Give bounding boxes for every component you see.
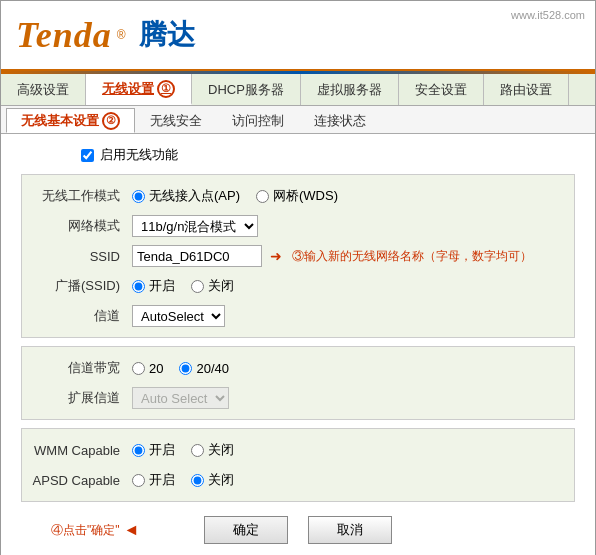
ssid-control: ➜ ③输入新的无线网络名称（字母，数字均可） (132, 245, 532, 267)
broadcast-off[interactable]: 关闭 (191, 277, 234, 295)
top-nav-dhcp[interactable]: DHCP服务器 (192, 74, 301, 105)
form-section-2: 信道带宽 20 20/40 扩展信道 Auto Select (21, 346, 575, 420)
logo-chinese: 腾达 (139, 16, 195, 54)
wireless-mode-row: 无线工作模式 无线接入点(AP) 网桥(WDS) (22, 181, 574, 211)
content: 启用无线功能 无线工作模式 无线接入点(AP) 网桥(WDS) 网络模式 (1, 134, 595, 555)
top-nav-security[interactable]: 安全设置 (399, 74, 484, 105)
ext-channel-select[interactable]: Auto Select (132, 387, 229, 409)
sub-nav-access[interactable]: 访问控制 (217, 108, 299, 133)
network-mode-control: 11b/g/n混合模式 (132, 215, 258, 237)
form-section-1: 无线工作模式 无线接入点(AP) 网桥(WDS) 网络模式 11b/g/n混合模… (21, 174, 575, 338)
confirm-arrow: ◄ (124, 521, 140, 539)
confirm-button[interactable]: 确定 (204, 516, 288, 544)
wireless-mode-wds[interactable]: 网桥(WDS) (256, 187, 338, 205)
logo-english: Tenda (16, 14, 112, 56)
bandwidth-control: 20 20/40 (132, 361, 229, 376)
wmm-row: WMM Capable 开启 关闭 (22, 435, 574, 465)
wireless-mode-ap[interactable]: 无线接入点(AP) (132, 187, 240, 205)
broadcast-control: 开启 关闭 (132, 277, 234, 295)
wmm-on[interactable]: 开启 (132, 441, 175, 459)
apsd-off[interactable]: 关闭 (191, 471, 234, 489)
apsd-control: 开启 关闭 (132, 471, 234, 489)
ext-channel-label: 扩展信道 (22, 389, 132, 407)
wmm-label: WMM Capable (22, 443, 132, 458)
ssid-arrow: ➜ (270, 248, 282, 264)
apsd-label: APSD Capable (22, 473, 132, 488)
wireless-mode-label: 无线工作模式 (22, 187, 132, 205)
bandwidth-label: 信道带宽 (22, 359, 132, 377)
apsd-on[interactable]: 开启 (132, 471, 175, 489)
channel-control: AutoSelect (132, 305, 225, 327)
annotation-4: ④点击"确定" ◄ (51, 521, 139, 539)
annotation-1: ① (157, 80, 175, 98)
enable-wireless-checkbox[interactable] (81, 149, 94, 162)
enable-wireless-label: 启用无线功能 (100, 146, 178, 164)
logo-registered: ® (117, 28, 126, 42)
ssid-callout: ③输入新的无线网络名称（字母，数字均可） (292, 248, 532, 265)
ssid-input[interactable] (132, 245, 262, 267)
network-mode-label: 网络模式 (22, 217, 132, 235)
logo: Tenda® 腾达 (16, 14, 195, 56)
sub-nav-security[interactable]: 无线安全 (135, 108, 217, 133)
top-nav-advanced[interactable]: 高级设置 (1, 74, 86, 105)
top-nav-virtual[interactable]: 虚拟服务器 (301, 74, 399, 105)
ssid-row: SSID ➜ ③输入新的无线网络名称（字母，数字均可） (22, 241, 574, 271)
bandwidth-20[interactable]: 20 (132, 361, 163, 376)
bandwidth-2040[interactable]: 20/40 (179, 361, 229, 376)
apsd-row: APSD Capable 开启 关闭 (22, 465, 574, 495)
watermark: www.it528.com (511, 9, 585, 21)
ext-channel-control: Auto Select (132, 387, 229, 409)
sub-nav: 无线基本设置② 无线安全 访问控制 连接状态 (1, 106, 595, 134)
broadcast-row: 广播(SSID) 开启 关闭 (22, 271, 574, 301)
ext-channel-row: 扩展信道 Auto Select (22, 383, 574, 413)
broadcast-on[interactable]: 开启 (132, 277, 175, 295)
sub-nav-status[interactable]: 连接状态 (299, 108, 381, 133)
button-row: ④点击"确定" ◄ 确定 取消 (21, 516, 575, 544)
top-nav-wireless[interactable]: 无线设置① (86, 74, 192, 105)
cancel-button[interactable]: 取消 (308, 516, 392, 544)
form-section-3: WMM Capable 开启 关闭 APSD Capable 开启 (21, 428, 575, 502)
annotation-2: ② (102, 112, 120, 130)
header: Tenda® 腾达 www.it528.com (1, 1, 595, 71)
enable-wireless-row: 启用无线功能 (21, 146, 575, 164)
sub-nav-basic[interactable]: 无线基本设置② (6, 108, 135, 133)
wireless-mode-control: 无线接入点(AP) 网桥(WDS) (132, 187, 338, 205)
wmm-control: 开启 关闭 (132, 441, 234, 459)
bandwidth-row: 信道带宽 20 20/40 (22, 353, 574, 383)
network-mode-select[interactable]: 11b/g/n混合模式 (132, 215, 258, 237)
ssid-label: SSID (22, 249, 132, 264)
wmm-off[interactable]: 关闭 (191, 441, 234, 459)
channel-row: 信道 AutoSelect (22, 301, 574, 331)
channel-label: 信道 (22, 307, 132, 325)
channel-select[interactable]: AutoSelect (132, 305, 225, 327)
broadcast-label: 广播(SSID) (22, 277, 132, 295)
top-nav: 高级设置 无线设置① DHCP服务器 虚拟服务器 安全设置 路由设置 (1, 74, 595, 106)
network-mode-row: 网络模式 11b/g/n混合模式 (22, 211, 574, 241)
top-nav-route[interactable]: 路由设置 (484, 74, 569, 105)
